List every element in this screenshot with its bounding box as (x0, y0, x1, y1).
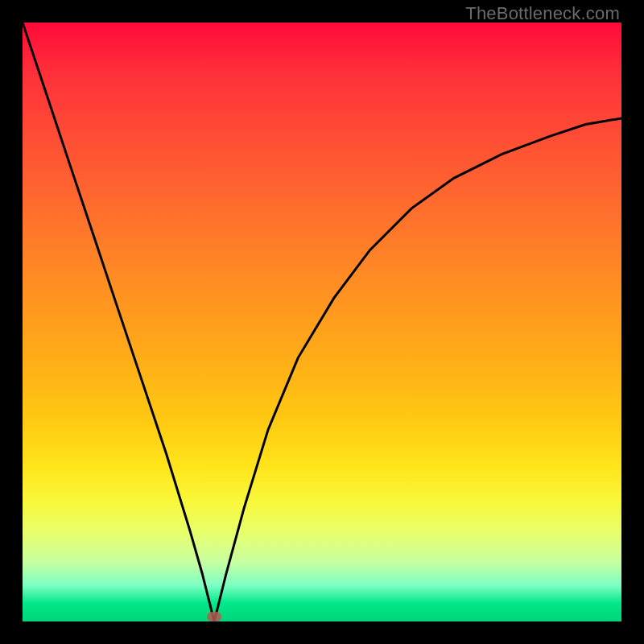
watermark-text: TheBottleneck.com (465, 3, 620, 24)
curve-right-branch (214, 118, 621, 621)
chart-curve-svg (23, 23, 621, 621)
chart-frame (23, 23, 621, 621)
curve-left-branch (23, 23, 214, 621)
minimum-marker (207, 612, 221, 621)
